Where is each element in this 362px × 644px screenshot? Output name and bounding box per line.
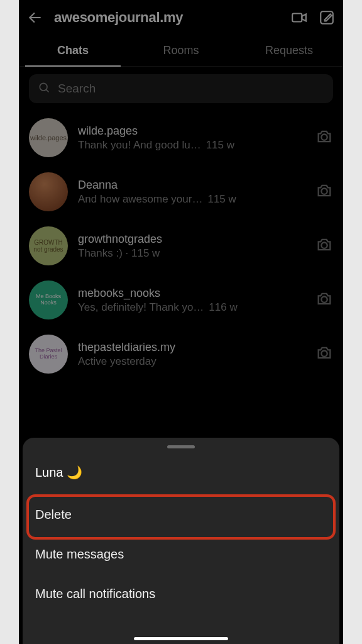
avatar[interactable]: wilde.pages — [29, 118, 68, 157]
back-icon[interactable] — [26, 9, 44, 26]
chat-name: mebooks_nooks — [78, 287, 305, 300]
tab-label: Chats — [57, 44, 89, 57]
sheet-title: Luna 🌙 — [23, 460, 339, 495]
chat-text: growthnotgrades Thanks :) · 115 w — [78, 233, 305, 260]
chat-name: Deanna — [78, 179, 305, 192]
sheet-item-mute-calls[interactable]: Mute call notifications — [23, 574, 339, 614]
avatar[interactable] — [29, 172, 68, 211]
camera-icon[interactable] — [315, 182, 333, 202]
page-title[interactable]: awesomejournal.my — [54, 9, 280, 26]
chat-time: 115 w — [207, 193, 236, 206]
avatar[interactable]: Me Books Nooks — [29, 280, 68, 319]
video-call-icon[interactable] — [290, 9, 308, 26]
svg-point-6 — [321, 297, 327, 303]
tabs: Chats Rooms Requests — [19, 35, 343, 67]
tab-label: Requests — [265, 44, 313, 57]
chat-text: wilde.pages Thank you! And good lu… 115 … — [78, 125, 305, 152]
chat-name: growthnotgrades — [78, 233, 305, 246]
chat-name: thepasteldiaries.my — [78, 341, 305, 354]
action-sheet: Luna 🌙 Delete Mute messages Mute call no… — [23, 438, 339, 644]
camera-icon[interactable] — [315, 344, 333, 364]
chat-row[interactable]: GROWTH not grades growthnotgrades Thanks… — [19, 219, 343, 273]
chat-name: wilde.pages — [78, 125, 305, 138]
chat-row[interactable]: wilde.pages wilde.pages Thank you! And g… — [19, 111, 343, 165]
search-bar[interactable] — [29, 74, 333, 103]
chat-time: 115 w — [206, 139, 234, 152]
chat-row[interactable]: The Pastel Diaries thepasteldiaries.my A… — [19, 327, 343, 381]
chat-preview: Thanks :) · 115 w — [78, 247, 160, 260]
chat-preview: And how awesome your… — [78, 193, 202, 206]
svg-point-7 — [321, 351, 327, 357]
svg-point-3 — [321, 135, 327, 140]
chat-preview: Yes, definitely! Thank yo… — [78, 301, 204, 314]
tab-chats[interactable]: Chats — [19, 35, 127, 66]
search-icon — [38, 81, 50, 96]
drag-handle-icon[interactable] — [167, 445, 195, 448]
chat-row[interactable]: Deanna And how awesome your… 115 w — [19, 165, 343, 219]
header: awesomejournal.my — [19, 0, 343, 35]
tab-label: Rooms — [163, 44, 199, 57]
svg-point-5 — [321, 243, 327, 248]
tab-requests[interactable]: Requests — [235, 35, 343, 66]
camera-icon[interactable] — [315, 290, 333, 310]
avatar[interactable]: GROWTH not grades — [29, 226, 68, 265]
camera-icon[interactable] — [315, 236, 333, 256]
chat-text: mebooks_nooks Yes, definitely! Thank yo…… — [78, 287, 305, 314]
chat-preview: Thank you! And good lu… — [78, 139, 201, 152]
svg-rect-0 — [292, 14, 302, 22]
app-screen: awesomejournal.my Chats Rooms Requests w… — [19, 0, 343, 644]
avatar[interactable]: The Pastel Diaries — [29, 335, 68, 374]
sheet-item-mute-messages[interactable]: Mute messages — [23, 535, 339, 574]
chat-time: 116 w — [209, 301, 237, 314]
search-input[interactable] — [58, 82, 324, 96]
chat-row[interactable]: Me Books Nooks mebooks_nooks Yes, defini… — [19, 273, 343, 327]
sheet-item-delete[interactable]: Delete — [23, 495, 339, 535]
home-indicator-icon[interactable] — [134, 637, 228, 640]
svg-point-2 — [40, 83, 47, 91]
tab-rooms[interactable]: Rooms — [127, 35, 235, 66]
new-message-icon[interactable] — [318, 9, 336, 26]
svg-point-4 — [321, 189, 327, 194]
chat-text: thepasteldiaries.my Active yesterday — [78, 341, 305, 368]
chat-preview: Active yesterday — [78, 355, 156, 368]
camera-icon[interactable] — [315, 128, 333, 148]
chat-list: wilde.pages wilde.pages Thank you! And g… — [19, 108, 343, 381]
chat-text: Deanna And how awesome your… 115 w — [78, 179, 305, 206]
